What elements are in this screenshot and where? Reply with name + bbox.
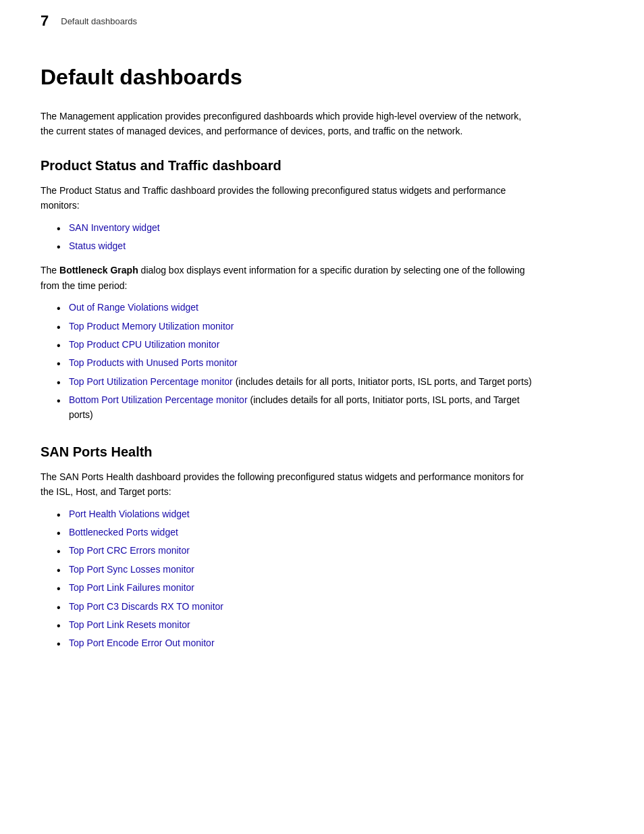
top-port-util-suffix: (includes details for all ports, Initiat… xyxy=(233,376,532,387)
list-item: Top Product CPU Utilization monitor xyxy=(57,337,543,352)
list-item: Out of Range Violations widget xyxy=(57,300,543,315)
page-intro: The Management application provides prec… xyxy=(41,109,527,139)
list-item: Top Port CRC Errors monitor xyxy=(57,543,543,558)
list-item: Top Products with Unused Ports monitor xyxy=(57,355,543,370)
top-products-unused-ports-link[interactable]: Top Products with Unused Ports monitor xyxy=(69,357,238,368)
section2-title: SAN Ports Health xyxy=(41,444,603,460)
top-port-c3-discards-link[interactable]: Top Port C3 Discards RX TO monitor xyxy=(69,601,223,612)
top-product-cpu-link[interactable]: Top Product CPU Utilization monitor xyxy=(69,339,219,350)
bottleneck-para: The Bottleneck Graph dialog box displays… xyxy=(41,263,527,293)
list-item: Top Port Link Failures monitor xyxy=(57,580,543,595)
list-item: Bottlenecked Ports widget xyxy=(57,525,543,540)
list-item: Status widget xyxy=(57,238,543,253)
san-inventory-widget-link[interactable]: SAN Inventory widget xyxy=(69,222,160,233)
section1-title: Product Status and Traffic dashboard xyxy=(41,158,603,174)
page-title: Default dashboards xyxy=(41,65,603,90)
top-port-utilization-link[interactable]: Top Port Utilization Percentage monitor xyxy=(69,376,233,387)
chapter-label: Default dashboards xyxy=(61,16,137,26)
list-item: Port Health Violations widget xyxy=(57,506,543,521)
bottlenecked-ports-link[interactable]: Bottlenecked Ports widget xyxy=(69,527,178,538)
page-content: Default dashboards The Management applic… xyxy=(0,36,644,713)
section-san-ports-health: SAN Ports Health The SAN Ports Health da… xyxy=(41,444,603,651)
top-port-encode-error-link[interactable]: Top Port Encode Error Out monitor xyxy=(69,637,215,648)
section1-intro: The Product Status and Traffic dashboard… xyxy=(41,183,527,213)
list-item: Top Port Sync Losses monitor xyxy=(57,562,543,577)
list-item: Top Port Link Resets monitor xyxy=(57,617,543,632)
bottleneck-bold-text: Bottleneck Graph xyxy=(59,265,138,276)
list-item: Bottom Port Utilization Percentage monit… xyxy=(57,392,543,423)
list-item: Top Port C3 Discards RX TO monitor xyxy=(57,599,543,614)
section1-items-list: SAN Inventory widget Status widget xyxy=(57,220,603,254)
bottom-port-utilization-link[interactable]: Bottom Port Utilization Percentage monit… xyxy=(69,394,248,405)
top-port-crc-errors-link[interactable]: Top Port CRC Errors monitor xyxy=(69,545,190,556)
bottleneck-text-before: The xyxy=(41,265,59,276)
top-port-sync-losses-link[interactable]: Top Port Sync Losses monitor xyxy=(69,564,194,575)
list-item: Top Port Encode Error Out monitor xyxy=(57,635,543,650)
header-bar: 7 Default dashboards xyxy=(0,0,644,36)
status-widget-link[interactable]: Status widget xyxy=(69,240,126,251)
port-health-violations-link[interactable]: Port Health Violations widget xyxy=(69,509,190,519)
list-item: SAN Inventory widget xyxy=(57,220,543,235)
list-item: Top Port Utilization Percentage monitor … xyxy=(57,374,543,389)
top-product-memory-link[interactable]: Top Product Memory Utilization monitor xyxy=(69,321,234,332)
top-port-link-failures-link[interactable]: Top Port Link Failures monitor xyxy=(69,582,194,593)
section2-items-list: Port Health Violations widget Bottleneck… xyxy=(57,506,603,651)
out-of-range-violations-link[interactable]: Out of Range Violations widget xyxy=(69,302,198,313)
chapter-number: 7 xyxy=(41,12,49,30)
section-product-status: Product Status and Traffic dashboard The… xyxy=(41,158,603,423)
bottleneck-items-list: Out of Range Violations widget Top Produ… xyxy=(57,300,603,423)
top-port-link-resets-link[interactable]: Top Port Link Resets monitor xyxy=(69,619,190,630)
list-item: Top Product Memory Utilization monitor xyxy=(57,319,543,334)
section2-intro: The SAN Ports Health dashboard provides … xyxy=(41,469,527,500)
